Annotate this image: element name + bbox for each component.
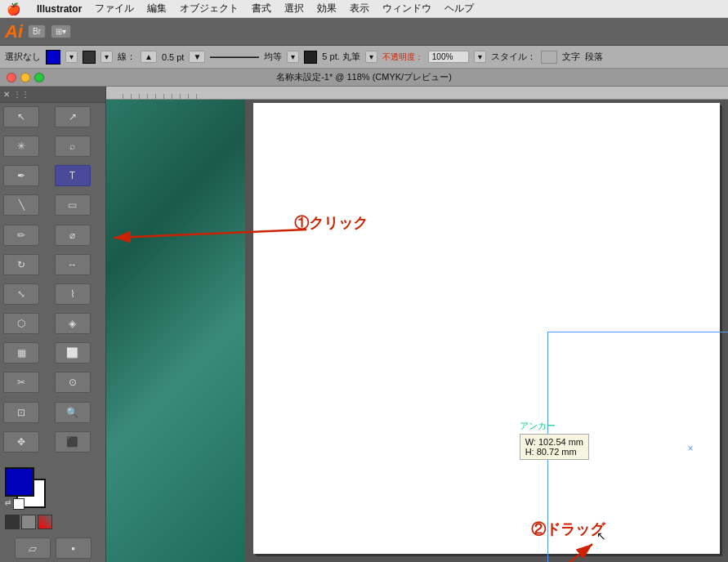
collapse-icon[interactable]: ✕ xyxy=(3,90,10,99)
stroke-type-dropdown[interactable]: ▾ xyxy=(287,51,299,63)
stroke-weight-up[interactable]: ▲ xyxy=(141,51,157,63)
ruler-mark xyxy=(131,94,139,99)
free-transform-tool-button[interactable]: ⬡ xyxy=(3,313,39,334)
scissors-icon: ⊙ xyxy=(69,377,77,388)
zoom-icon: 🔍 xyxy=(66,407,78,418)
blob-icon: ⌀ xyxy=(69,230,75,241)
color-swatches: ⇄ xyxy=(5,467,54,508)
screen-mode-button[interactable]: ▱ xyxy=(15,537,51,559)
rectangle-tool-button[interactable]: ▭ xyxy=(55,194,91,216)
eraser-tool-button[interactable]: ✂ xyxy=(3,372,39,393)
chart-tool-button[interactable]: ▦ xyxy=(3,342,39,364)
scale-tool-button[interactable]: ⤡ xyxy=(3,283,39,305)
stroke-color-swatch[interactable] xyxy=(83,51,96,64)
menu-select[interactable]: 選択 xyxy=(284,2,304,16)
menu-type[interactable]: 書式 xyxy=(252,2,271,16)
minimize-button[interactable] xyxy=(20,73,30,83)
ruler-mark xyxy=(163,94,172,99)
bridge-button[interactable]: Br xyxy=(28,25,46,38)
stroke-line-preview xyxy=(210,56,259,58)
toolbar-bottom: ▱ ▪ xyxy=(0,534,105,562)
brush-dropdown[interactable]: ▾ xyxy=(365,51,377,63)
direct-selection-tool-button[interactable]: ↗ xyxy=(55,106,91,127)
ruler-top xyxy=(106,87,728,100)
gradient-swatch[interactable] xyxy=(21,515,36,529)
text-label[interactable]: 文字 xyxy=(562,51,580,63)
foreground-color-swatch[interactable] xyxy=(5,467,34,497)
anchor-tooltip-box: W: 102.54 mm H: 80.72 mm xyxy=(520,434,589,460)
warp-icon: ⌇ xyxy=(70,288,75,300)
direct-selection-icon: ↗ xyxy=(69,111,77,123)
ai-logo: Ai xyxy=(5,23,23,41)
lasso-tool-button[interactable]: ⌕ xyxy=(55,136,91,157)
menu-edit[interactable]: 編集 xyxy=(147,2,167,16)
opacity-value: 100% xyxy=(428,51,469,63)
para-label[interactable]: 段落 xyxy=(585,51,603,63)
free-transform-icon: ⬡ xyxy=(17,318,25,329)
ruler-mark xyxy=(172,94,180,99)
extra-icon: ⬛ xyxy=(66,436,78,448)
ruler-mark xyxy=(180,94,188,99)
style-swatch[interactable] xyxy=(541,51,557,64)
control-bar: 選択なし ▾ ▾ 線： ▲ 0.5 pt ▼ 均等 ▾ 5 pt. 丸筆 ▾ 不… xyxy=(0,46,728,69)
no-selection-label: 選択なし xyxy=(5,51,41,63)
fill-dropdown[interactable]: ▾ xyxy=(65,51,78,63)
ruler-mark xyxy=(147,94,155,99)
stroke-weight-down[interactable]: ▼ xyxy=(189,51,205,63)
ruler-mark xyxy=(139,94,147,99)
menu-window[interactable]: ウィンドウ xyxy=(382,2,431,16)
warp-tool-button[interactable]: ⌇ xyxy=(55,283,91,305)
scissors-tool-button[interactable]: ⊙ xyxy=(55,372,91,393)
pen-icon: ✒ xyxy=(17,170,25,181)
maximize-button[interactable] xyxy=(34,73,44,83)
default-colors-icon[interactable] xyxy=(13,498,25,510)
symbol-tool-button[interactable]: ◈ xyxy=(55,313,91,334)
menu-object[interactable]: オブジェクト xyxy=(180,2,239,16)
type-icon: T xyxy=(69,170,75,181)
second-screen-button[interactable]: ▪ xyxy=(56,537,92,559)
menu-file[interactable]: ファイル xyxy=(95,2,134,16)
zoom-tool-button[interactable]: 🔍 xyxy=(55,402,91,423)
extra-tool-button[interactable]: ⬛ xyxy=(55,431,91,453)
none-swatch[interactable] xyxy=(38,515,52,529)
type-tool-button[interactable]: T xyxy=(55,165,91,186)
stroke-dropdown[interactable]: ▾ xyxy=(100,51,113,63)
menu-bar: 🍎 Illustrator ファイル 編集 オブジェクト 書式 選択 効果 表示… xyxy=(0,0,728,18)
close-button[interactable] xyxy=(7,73,16,83)
eraser-icon: ✂ xyxy=(17,377,25,388)
rotate-tool-button[interactable]: ↻ xyxy=(3,254,39,275)
rotate-icon: ↻ xyxy=(17,259,25,270)
color-mode-swatch[interactable] xyxy=(5,515,20,529)
blob-tool-button[interactable]: ⌀ xyxy=(55,225,91,246)
swap-colors-icon[interactable]: ⇄ xyxy=(5,498,11,506)
style-label: スタイル： xyxy=(491,51,536,63)
menu-effect[interactable]: 効果 xyxy=(317,2,337,16)
pencil-icon: ✏ xyxy=(17,230,25,241)
selection-tool-button[interactable]: ↖ xyxy=(3,106,39,127)
app-toolbar: Ai Br ⊞▾ xyxy=(0,18,728,46)
line-tool-button[interactable]: ╲ xyxy=(3,194,39,216)
app-name-menu[interactable]: Illustrator xyxy=(37,3,82,15)
ruler-mark xyxy=(188,94,196,99)
menu-view[interactable]: 表示 xyxy=(350,2,369,16)
anchor-width: W: 102.54 mm xyxy=(525,437,583,447)
fill-color-swatch[interactable] xyxy=(46,50,60,65)
apple-menu[interactable]: 🍎 xyxy=(7,2,20,16)
pen-tool-button[interactable]: ✒ xyxy=(3,165,39,186)
reflect-tool-button[interactable]: ↔ xyxy=(55,254,91,275)
canvas-area[interactable]: × ①クリック ②ドラッグ アンカー W: 102.54 mm H: 80.72… xyxy=(106,87,728,562)
pencil-tool-button[interactable]: ✏ xyxy=(3,225,39,246)
stroke-label: 線： xyxy=(118,51,136,63)
magic-wand-tool-button[interactable]: ✳ xyxy=(3,136,39,157)
left-toolbar: ✕ ⋮⋮ ↖ ↗ ✳ ⌕ ✒ T ╲ ▭ ✏ ⌀ ↻ ↔ ⤡ ⌇ xyxy=(0,87,106,562)
screen-mode-icon: ▱ xyxy=(29,542,37,555)
workspace-button[interactable]: ⊞▾ xyxy=(51,25,71,38)
hand-tool-button[interactable]: ✥ xyxy=(3,431,39,453)
artboard[interactable]: × xyxy=(253,103,720,554)
slice-tool-button[interactable]: ⬜ xyxy=(55,342,91,364)
artboard-tool-button[interactable]: ⊡ xyxy=(3,402,39,423)
toolbar-header: ✕ ⋮⋮ xyxy=(0,87,105,103)
opacity-dropdown[interactable]: ▾ xyxy=(474,51,486,63)
menu-help[interactable]: ヘルプ xyxy=(444,2,474,16)
tools-grid: ↖ ↗ ✳ ⌕ ✒ T ╲ ▭ ✏ ⌀ ↻ ↔ ⤡ ⌇ ⬡ ◈ ▦ ⬜ xyxy=(0,103,105,462)
